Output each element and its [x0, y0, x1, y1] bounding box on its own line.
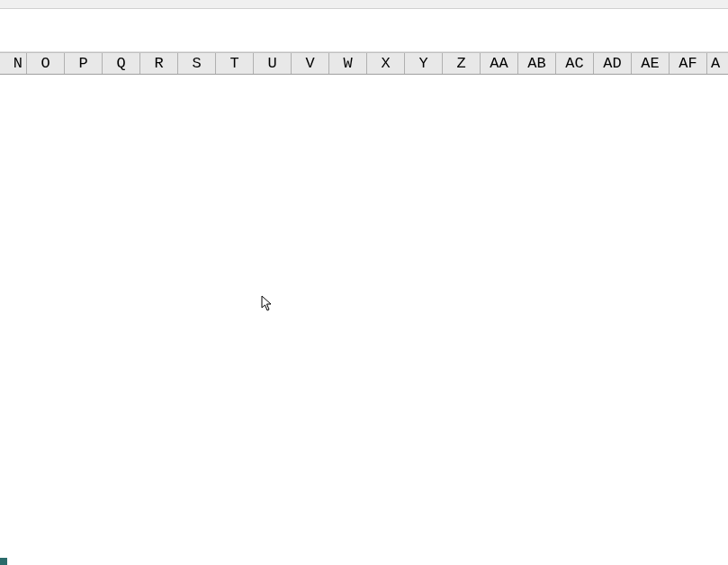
column-label: Q [116, 55, 125, 72]
column-header-p[interactable]: P [65, 53, 103, 74]
column-label: AC [565, 55, 583, 72]
column-label: N [13, 55, 22, 72]
column-header-ab[interactable]: AB [518, 53, 556, 74]
column-header-z[interactable]: Z [443, 53, 481, 74]
column-header-t[interactable]: T [216, 53, 254, 74]
column-header-n[interactable]: N [0, 53, 27, 74]
column-label: P [78, 55, 87, 72]
column-header-u[interactable]: U [254, 53, 292, 74]
column-label: A [711, 55, 720, 72]
column-label: Y [418, 55, 427, 72]
spreadsheet-cells-area[interactable] [0, 75, 728, 565]
column-label: AB [527, 55, 545, 72]
column-label: V [305, 55, 314, 72]
mouse-cursor-icon [261, 295, 274, 311]
column-label: T [229, 55, 238, 72]
top-bar [0, 0, 728, 9]
bottom-left-indicator [0, 558, 7, 565]
column-label: X [381, 55, 390, 72]
column-header-x[interactable]: X [367, 53, 405, 74]
column-header-s[interactable]: S [178, 53, 216, 74]
column-header-ad[interactable]: AD [594, 53, 632, 74]
column-header-aa[interactable]: AA [481, 53, 518, 74]
column-label: S [192, 55, 201, 72]
column-header-y[interactable]: Y [405, 53, 443, 74]
column-label: R [154, 55, 163, 72]
column-header-row: N O P Q R S T U V W X Y Z AA AB AC AD [0, 52, 728, 75]
toolbar-area [0, 9, 728, 52]
column-label: O [40, 55, 49, 72]
column-header-ac[interactable]: AC [556, 53, 594, 74]
column-header-v[interactable]: V [292, 53, 329, 74]
column-header-o[interactable]: O [27, 53, 65, 74]
column-label: AA [490, 55, 508, 72]
column-label: AE [641, 55, 659, 72]
column-label: Z [456, 55, 465, 72]
column-header-q[interactable]: Q [103, 53, 140, 74]
column-header-ae[interactable]: AE [632, 53, 670, 74]
column-label: AF [679, 55, 697, 72]
column-label: U [267, 55, 276, 72]
column-label: W [343, 55, 352, 72]
column-header-af[interactable]: AF [670, 53, 707, 74]
column-header-r[interactable]: R [140, 53, 178, 74]
column-label: AD [603, 55, 621, 72]
column-header-w[interactable]: W [329, 53, 367, 74]
column-header-ag-partial[interactable]: A [707, 53, 722, 74]
